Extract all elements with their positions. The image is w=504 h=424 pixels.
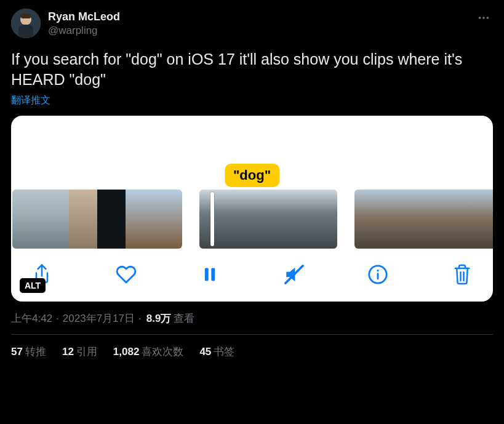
- translate-link[interactable]: 翻译推文: [11, 94, 493, 107]
- tweet-date[interactable]: 2023年7月17日: [63, 311, 135, 326]
- dot-separator: ·: [56, 313, 59, 325]
- video-frame: [354, 190, 384, 249]
- video-frame: [199, 190, 234, 249]
- author-names: Ryan McLeod @warpling: [48, 9, 474, 37]
- svg-point-12: [377, 270, 379, 271]
- svg-point-4: [479, 17, 481, 19]
- media-attachment[interactable]: "dog": [11, 116, 493, 302]
- tweet-meta: 上午4:42 · 2023年7月17日 · 8.9万 查看: [11, 311, 493, 326]
- video-frame: [154, 190, 182, 249]
- video-frame: [69, 190, 97, 249]
- tweet-stats: 57转推 12引用 1,082喜欢次数 45书签: [11, 335, 493, 359]
- retweets-label: 转推: [25, 346, 46, 358]
- search-term-bubble: "dog": [225, 164, 279, 187]
- video-frame: [443, 190, 473, 249]
- playhead[interactable]: [210, 192, 214, 246]
- video-frame: [384, 190, 414, 249]
- tweet-container: Ryan McLeod @warpling If you search for …: [0, 0, 504, 359]
- views-label: 查看: [174, 311, 194, 326]
- pause-icon[interactable]: [198, 262, 222, 287]
- views-count[interactable]: 8.9万: [146, 311, 172, 326]
- video-frame: [234, 190, 268, 249]
- mute-icon[interactable]: [282, 262, 306, 287]
- tweet-header: Ryan McLeod @warpling: [11, 9, 493, 38]
- svg-rect-7: [205, 268, 209, 281]
- video-frame: [414, 190, 443, 249]
- display-name[interactable]: Ryan McLeod: [48, 10, 474, 24]
- svg-rect-3: [21, 14, 31, 18]
- svg-rect-2: [18, 25, 33, 38]
- video-frame: [41, 190, 69, 249]
- likes-count: 1,082: [113, 346, 140, 358]
- avatar[interactable]: [11, 9, 41, 38]
- svg-point-6: [487, 17, 489, 19]
- quotes-stat[interactable]: 12引用: [62, 345, 97, 359]
- user-handle[interactable]: @warpling: [48, 24, 474, 37]
- retweets-stat[interactable]: 57转推: [11, 345, 46, 359]
- likes-label: 喜欢次数: [142, 346, 183, 358]
- alt-badge[interactable]: ALT: [20, 278, 46, 293]
- heart-icon[interactable]: [114, 262, 138, 287]
- bookmarks-label: 书签: [214, 346, 234, 358]
- info-icon[interactable]: [366, 262, 390, 287]
- tweet-text: If you search for "dog" on iOS 17 it'll …: [11, 49, 493, 89]
- video-frame: [126, 190, 154, 249]
- dot-separator: ·: [138, 313, 142, 325]
- bookmarks-count: 45: [199, 346, 211, 358]
- tweet-time[interactable]: 上午4:42: [11, 311, 52, 326]
- video-frame: [268, 190, 303, 249]
- video-timeline-strip[interactable]: [11, 190, 493, 249]
- media-inner: "dog": [11, 116, 493, 302]
- video-frame: [97, 190, 126, 249]
- bookmarks-stat[interactable]: 45书签: [199, 345, 234, 359]
- likes-stat[interactable]: 1,082喜欢次数: [113, 345, 184, 359]
- video-clip[interactable]: [354, 190, 493, 249]
- quotes-label: 引用: [76, 346, 97, 358]
- video-frame: [12, 190, 41, 249]
- trash-icon[interactable]: [450, 262, 474, 287]
- more-options-button[interactable]: [474, 9, 493, 30]
- search-context-row: "dog": [11, 122, 493, 190]
- retweets-count: 57: [11, 346, 23, 358]
- video-frame: [303, 190, 337, 249]
- video-clip[interactable]: [12, 190, 182, 249]
- svg-point-5: [482, 17, 485, 19]
- quotes-count: 12: [62, 346, 74, 358]
- media-toolbar: [11, 249, 493, 302]
- video-clip-active[interactable]: [199, 190, 337, 249]
- svg-rect-8: [212, 268, 215, 281]
- video-frame: [473, 190, 493, 249]
